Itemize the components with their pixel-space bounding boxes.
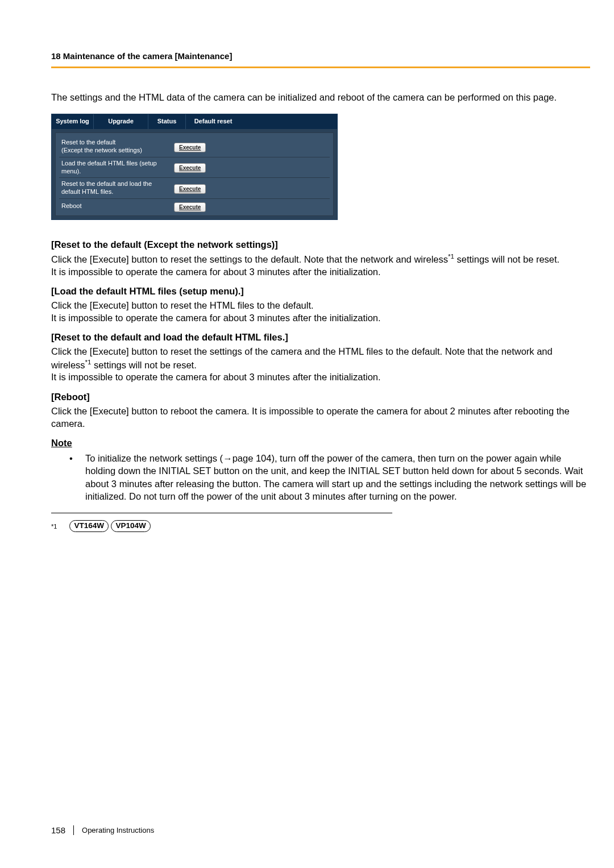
arrow-icon: → [223, 453, 233, 463]
header-rule [51, 67, 590, 68]
ui-row-label: Reset to the default and load the defaul… [59, 180, 172, 196]
tab-filler [240, 114, 337, 129]
section-text: Click the [Execute] button to reset the … [51, 299, 587, 325]
ui-tabs: System log Upgrade Status Default reset [52, 114, 337, 129]
section-text: Click the [Execute] button to reset the … [51, 345, 587, 383]
page-footer: 158 Operating Instructions [51, 825, 154, 835]
text-part: Click the [Execute] button to reset the … [51, 254, 448, 264]
execute-button[interactable]: Execute [174, 184, 206, 194]
ui-row-reset-default: Reset to the default (Except the network… [59, 136, 330, 157]
tab-upgrade[interactable]: Upgrade [94, 114, 148, 129]
text-part: settings will not be reset. [454, 254, 559, 264]
execute-button[interactable]: Execute [174, 202, 206, 212]
text-part: It is impossible to operate the camera f… [51, 267, 381, 277]
model-badge: VP104W [111, 520, 150, 532]
note-text-a: To initialize the network settings ( [85, 453, 223, 463]
ui-row-label: Reset to the default (Except the network… [59, 139, 172, 155]
execute-button[interactable]: Execute [174, 143, 206, 152]
ui-row-reset-and-load: Reset to the default and load the defaul… [59, 178, 330, 199]
note-list: • To initialize the network settings (→p… [51, 452, 587, 502]
footnote-marker: *1 [51, 522, 57, 530]
tab-default-reset[interactable]: Default reset [186, 114, 240, 129]
text-part: settings will not be reset. [92, 359, 197, 369]
execute-button[interactable]: Execute [174, 163, 206, 173]
text-part: It is impossible to operate the camera f… [51, 313, 381, 323]
tab-system-log[interactable]: System log [52, 114, 94, 129]
intro-text: The settings and the HTML data of the ca… [51, 91, 587, 103]
ui-row-label: Load the default HTML files (setup menu)… [59, 160, 172, 176]
text-part: Click the [Execute] button to reset the … [51, 300, 314, 310]
note-heading: Note [51, 438, 587, 448]
ui-panel: System log Upgrade Status Default reset … [51, 114, 338, 220]
ui-row-load-html: Load the default HTML files (setup menu)… [59, 157, 330, 178]
chapter-header: 18 Maintenance of the camera [Maintenanc… [51, 51, 587, 67]
text-part: It is impossible to operate the camera f… [51, 372, 381, 382]
bullet-icon: • [69, 452, 73, 464]
ui-row-reboot: Reboot Execute [59, 199, 330, 214]
section-heading-load-html: [Load the default HTML files (setup menu… [51, 286, 587, 297]
footnote-ref: *1 [85, 359, 92, 366]
section-heading-reboot: [Reboot] [51, 392, 587, 402]
section-heading-reset-and-load: [Reset to the default and load the defau… [51, 332, 587, 343]
footnote-ref: *1 [448, 253, 454, 260]
page-number: 158 [51, 825, 74, 835]
section-text: Click the [Execute] button to reset the … [51, 252, 587, 278]
footnote-row: *1 VT164W VP104W [51, 520, 587, 532]
section-text: Click the [Execute] button to reboot the… [51, 405, 587, 430]
model-badge: VT164W [69, 520, 109, 532]
ui-row-label: Reboot [59, 202, 172, 210]
section-heading-reset-default: [Reset to the default (Except the networ… [51, 239, 587, 250]
footnote-rule [51, 513, 392, 513]
footer-title: Operating Instructions [74, 826, 154, 834]
note-item: • To initialize the network settings (→p… [85, 452, 587, 502]
tab-status[interactable]: Status [148, 114, 186, 129]
label-line1: Reset to the default (Except the network… [61, 139, 142, 153]
